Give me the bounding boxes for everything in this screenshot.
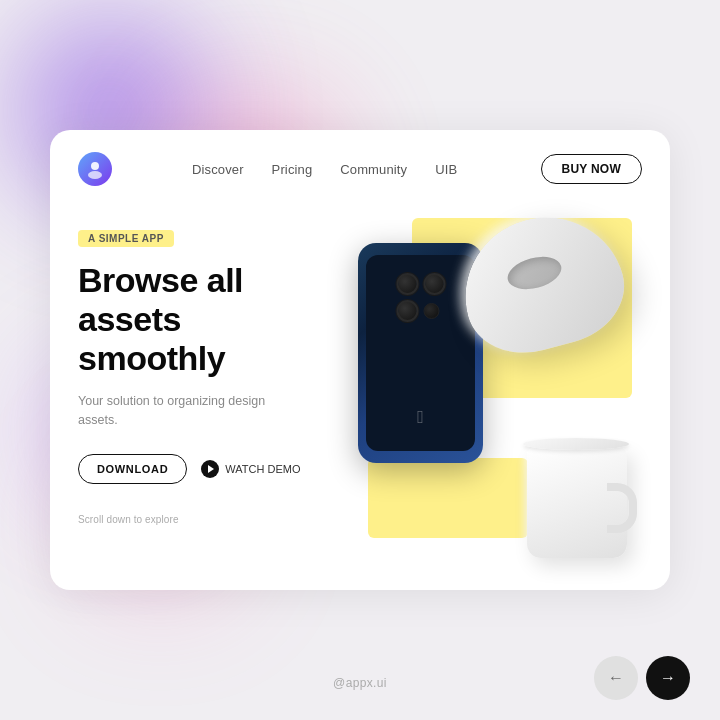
footer-handle: @appx.ui	[333, 676, 387, 690]
main-content: A SIMPLE APP Browse all assets smoothly …	[50, 208, 670, 588]
buy-now-button[interactable]: BUY NOW	[541, 154, 642, 184]
phone-cameras	[396, 273, 445, 322]
logo-avatar[interactable]	[78, 152, 112, 186]
nav-link-discover[interactable]: Discover	[192, 162, 244, 177]
hero-badge: A SIMPLE APP	[78, 230, 174, 247]
navbar: Discover Pricing Community UIB BUY NOW	[50, 130, 670, 208]
nav-link-uib[interactable]: UIB	[435, 162, 457, 177]
play-triangle	[208, 465, 214, 473]
hero-btn-group: DOWNLOAD WATCH DEMO	[78, 454, 338, 484]
watch-demo-button[interactable]: WATCH DEMO	[201, 460, 300, 478]
nav-arrows: ← →	[594, 656, 690, 700]
airpod-image	[442, 208, 632, 368]
hero-headline: Browse all assets smoothly	[78, 261, 338, 378]
airpod-shape	[442, 208, 632, 368]
nav-links: Discover Pricing Community UIB	[192, 162, 457, 177]
camera-lens-1	[396, 273, 418, 295]
svg-point-0	[91, 162, 99, 170]
hero-left: A SIMPLE APP Browse all assets smoothly …	[78, 218, 338, 588]
scroll-text: Scroll down to explore	[78, 514, 338, 525]
hero-subtitle: Your solution to organizing design asset…	[78, 392, 268, 430]
mug-rim	[523, 438, 629, 450]
main-card: Discover Pricing Community UIB BUY NOW A…	[50, 130, 670, 590]
svg-point-1	[88, 171, 102, 179]
next-arrow-button[interactable]: →	[646, 656, 690, 700]
download-button[interactable]: DOWNLOAD	[78, 454, 187, 484]
nav-link-pricing[interactable]: Pricing	[272, 162, 313, 177]
hero-right: 	[348, 218, 642, 588]
watch-demo-label: WATCH DEMO	[225, 463, 300, 475]
apple-logo: 	[411, 408, 431, 428]
camera-lens-3	[396, 300, 418, 322]
nav-link-community[interactable]: Community	[340, 162, 407, 177]
mug-image	[482, 418, 642, 568]
prev-arrow-button[interactable]: ←	[594, 656, 638, 700]
logo-inner	[78, 152, 112, 186]
camera-lens-small	[423, 303, 439, 319]
mug-handle	[607, 483, 637, 533]
play-icon	[201, 460, 219, 478]
